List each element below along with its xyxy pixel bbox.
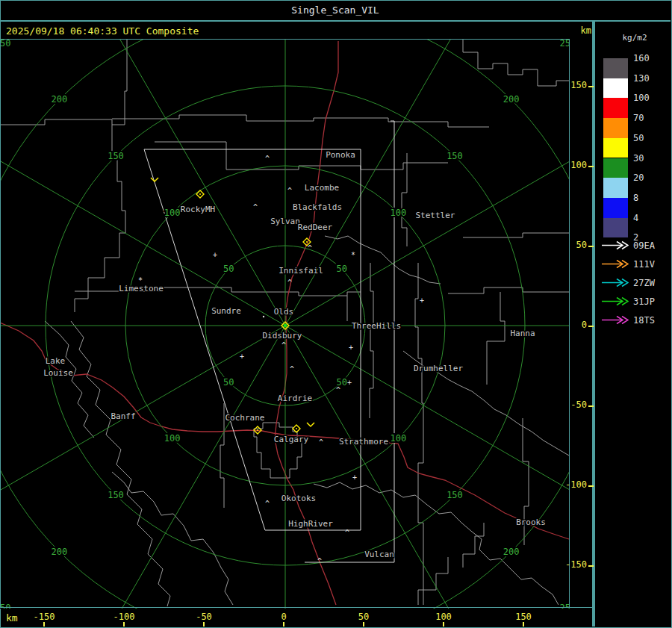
x-axis-tick <box>203 622 205 627</box>
city-label-sylvan: Sylvan <box>270 217 300 226</box>
ring-label-150: 150 <box>447 490 463 500</box>
city-label-innisfail: Innisfail <box>279 266 323 276</box>
y-axis-tick <box>588 166 594 167</box>
city-label-rockymh: RockyMH <box>181 205 215 214</box>
title-bar: Single_Scan_VIL <box>0 0 671 22</box>
ring-label-200: 200 <box>503 547 520 557</box>
city-label-calgary: Calgary <box>274 435 309 444</box>
x-axis-tick-label: 50 <box>358 612 369 622</box>
ring-label-50: 50 <box>223 377 234 388</box>
radar-arrow-icon <box>602 314 629 328</box>
x-axis-tick-label: 0 <box>281 612 286 622</box>
map-bottom-border <box>0 607 592 608</box>
city-label-vulcan: Vulcan <box>364 550 394 559</box>
colorbar-swatch-50 <box>603 138 628 158</box>
caret-marker: ^ <box>317 557 322 565</box>
site-diamond-marker-dot <box>199 193 201 195</box>
ring-label-250: 250 <box>559 39 570 49</box>
ring-label-100: 100 <box>164 433 181 444</box>
x-axis-tick <box>363 622 364 627</box>
ring-label-150: 150 <box>447 151 463 161</box>
asterisk-marker: * <box>351 251 355 259</box>
y-axis-tick <box>588 246 594 247</box>
caret-marker: ^ <box>287 279 292 287</box>
city-label-lake: Lake <box>46 356 66 366</box>
caret-marker: ^ <box>281 341 286 349</box>
city-label-louise: Louise <box>43 368 73 378</box>
ring-label-50: 50 <box>336 264 346 274</box>
colorbar-swatch-130 <box>603 78 628 99</box>
y-axis-tick <box>588 86 594 87</box>
caret-marker: ^ <box>253 203 258 211</box>
plus-marker: + <box>213 251 217 259</box>
panel-divider <box>592 22 595 627</box>
ring-label-250: 250 <box>0 39 11 49</box>
radar-map-viewport[interactable]: 5050505010010010010015015015015020020020… <box>0 39 570 609</box>
y-axis-tick <box>588 485 594 487</box>
colorbar-value-label: 160 <box>633 53 666 63</box>
city-label-sundre: Sundre <box>211 306 241 316</box>
city-label-lacombe: Lacombe <box>305 183 339 193</box>
plus-marker: + <box>349 343 353 352</box>
site-diamond-marker-dot <box>296 428 297 429</box>
colorbar-swatch-70 <box>603 118 628 138</box>
colorbar-value-label: 4 <box>633 213 666 223</box>
radar-arrow-icon <box>602 258 629 272</box>
colorbar-swatch-8 <box>603 198 628 218</box>
city-label-cochrane: Cochrane <box>225 413 265 423</box>
y-axis-tick-label: 50 <box>561 240 587 250</box>
plus-marker: + <box>240 352 244 361</box>
site-diamond-marker-dot <box>257 429 258 431</box>
caret-marker: ^ <box>308 244 312 252</box>
caret-marker: ^ <box>319 438 323 447</box>
city-label-hanna: Hanna <box>510 329 535 338</box>
y-axis-tick-label: 0 <box>561 320 587 330</box>
ring-label-150: 150 <box>108 151 124 161</box>
radar-arrow-icon <box>602 276 629 290</box>
ring-label-100: 100 <box>390 208 406 218</box>
ring-label-100: 100 <box>164 208 181 218</box>
site-diamond-marker-dot <box>306 241 308 243</box>
city-label-airdrie: Airdrie <box>278 394 312 403</box>
radar-site-id-18ts: 18TS <box>633 315 668 326</box>
colorbar-swatch-4 <box>603 218 628 238</box>
y-axis-tick-label: -150 <box>561 559 587 570</box>
y-axis-unit-label: km <box>559 25 591 36</box>
y-axis-tick <box>588 565 594 567</box>
ring-label-200: 200 <box>503 94 520 105</box>
city-label-brooks: Brooks <box>516 517 546 527</box>
city-label-banff: Banff <box>111 411 135 421</box>
y-axis-tick <box>588 326 594 327</box>
city-label-drumheller: Drumheller <box>414 364 464 373</box>
city-label-olds: Olds <box>274 307 294 317</box>
colorbar-value-label: 20 <box>633 172 666 183</box>
city-label-didsbury: Didsbury <box>263 331 302 341</box>
ring-label-50: 50 <box>223 264 234 274</box>
plus-marker: + <box>420 296 424 305</box>
ring-label-200: 200 <box>52 94 68 105</box>
city-label-blackfalds: Blackfalds <box>293 202 342 212</box>
caret-marker: ^ <box>345 529 349 537</box>
x-axis-tick <box>123 622 125 627</box>
colorbar-value-label: 8 <box>633 193 666 203</box>
colorbar-value-label: 70 <box>633 113 666 123</box>
caret-marker: ^ <box>265 155 270 163</box>
colorbar-swatch-20 <box>603 178 628 198</box>
city-label-stettler: Stettler <box>416 211 455 220</box>
city-label-threehills: ThreeHills <box>352 321 401 331</box>
x-axis-tick-label: 150 <box>515 612 532 622</box>
city-label-strathmore: Strathmore <box>339 437 388 447</box>
caret-marker: ^ <box>265 500 270 508</box>
colorbar-unit-label: kg/m2 <box>605 33 665 43</box>
x-axis-tick-label: 100 <box>435 612 452 622</box>
radar-centre-dot <box>284 324 287 327</box>
city-label-highriver: HighRiver <box>288 519 333 529</box>
y-axis-tick-label: 150 <box>561 80 587 90</box>
radar-arrow-icon <box>602 295 629 309</box>
colorbar-swatch-30 <box>603 158 628 178</box>
x-axis-tick-label: -100 <box>113 612 135 622</box>
radar-site-id-111v: 111V <box>633 259 668 270</box>
plus-marker: + <box>347 379 352 387</box>
x-axis-tick-label: -50 <box>196 612 212 622</box>
y-axis-tick <box>588 405 594 407</box>
